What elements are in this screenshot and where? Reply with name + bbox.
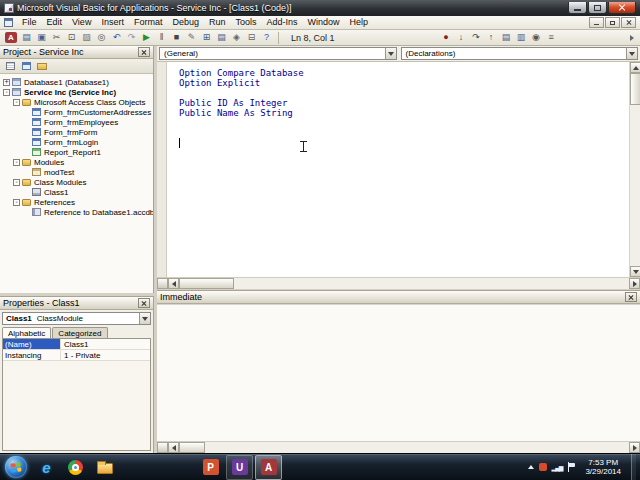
tree-item-form-frmcustomeraddresses[interactable]: Form_frmCustomerAddresses — [0, 107, 153, 117]
toolbox-icon[interactable]: ⊟ — [244, 31, 259, 45]
tree-item-report-report1[interactable]: Report_Report1 — [0, 147, 153, 157]
tab-categorized[interactable]: Categorized — [52, 327, 107, 338]
procedure-box-dropdown[interactable]: (Declarations) — [401, 47, 639, 60]
properties-window-icon[interactable]: ▤ — [214, 31, 229, 45]
scrollbar-thumb[interactable] — [179, 278, 234, 289]
tree-item-class-modules[interactable]: -Class Modules — [0, 177, 153, 187]
taskbar-powerpoint[interactable]: P — [197, 455, 224, 480]
property-row-instancing[interactable]: Instancing1 - Private — [3, 350, 150, 361]
watch-window-icon[interactable]: ◉ — [529, 31, 544, 45]
restore-button[interactable] — [588, 2, 607, 14]
immediate-window-icon[interactable]: ▥ — [514, 31, 529, 45]
break-icon[interactable]: ‖ — [154, 31, 169, 45]
menu-file[interactable]: File — [17, 16, 42, 29]
cut-icon[interactable]: ✂ — [49, 31, 64, 45]
run-icon[interactable]: ▶ — [139, 31, 154, 45]
view-object-button[interactable] — [19, 60, 33, 72]
collapse-icon[interactable]: - — [13, 99, 20, 106]
paste-icon[interactable]: ▨ — [79, 31, 94, 45]
find-icon[interactable]: ◎ — [94, 31, 109, 45]
help-icon[interactable]: ? — [259, 31, 274, 45]
tree-item-references[interactable]: -References — [0, 197, 153, 207]
immediate-horizontal-scrollbar[interactable] — [157, 441, 640, 453]
tree-item-form-frmform[interactable]: Form_frmForm — [0, 127, 153, 137]
collapse-icon[interactable]: - — [3, 89, 10, 96]
dropdown-button[interactable] — [626, 48, 637, 59]
split-handle[interactable] — [157, 442, 168, 453]
menu-add-ins[interactable]: Add-Ins — [261, 16, 302, 29]
project-explorer-icon[interactable]: ⊞ — [199, 31, 214, 45]
code-horizontal-scrollbar[interactable] — [157, 277, 640, 289]
menu-help[interactable]: Help — [345, 16, 374, 29]
taskbar-u-app[interactable]: U — [226, 455, 253, 480]
dropdown-button[interactable] — [385, 48, 396, 59]
menu-window[interactable]: Window — [303, 16, 345, 29]
network-icon[interactable]: ▂▄▆ — [552, 464, 563, 471]
locals-window-icon[interactable]: ▤ — [499, 31, 514, 45]
taskbar-access[interactable]: A — [255, 455, 282, 480]
insert-object-icon[interactable]: ▤ — [19, 31, 34, 45]
menu-tools[interactable]: Tools — [230, 16, 261, 29]
expand-icon[interactable]: + — [3, 79, 10, 86]
minimize-button[interactable] — [568, 2, 587, 14]
step-into-icon[interactable]: ↓ — [454, 31, 469, 45]
taskbar-chrome[interactable] — [62, 455, 89, 480]
menu-run[interactable]: Run — [204, 16, 231, 29]
taskbar-clock[interactable]: 7:53 PM 3/29/2014 — [585, 458, 621, 476]
taskbar-internet-explorer[interactable]: e — [33, 455, 60, 480]
show-hidden-icons-icon[interactable] — [528, 465, 534, 469]
design-mode-icon[interactable]: ✎ — [184, 31, 199, 45]
menu-format[interactable]: Format — [129, 16, 168, 29]
action-center-flag-icon[interactable] — [567, 462, 575, 472]
collapse-icon[interactable]: - — [13, 199, 20, 206]
object-browser-icon[interactable]: ◈ — [229, 31, 244, 45]
properties-close-button[interactable] — [138, 298, 150, 308]
split-handle[interactable] — [157, 278, 168, 289]
undo-icon[interactable]: ↶ — [109, 31, 124, 45]
collapse-icon[interactable]: - — [13, 159, 20, 166]
close-button[interactable] — [608, 2, 636, 14]
scrollbar-thumb[interactable] — [179, 442, 205, 453]
immediate-close-button[interactable] — [625, 292, 637, 302]
menu-view[interactable]: View — [67, 16, 96, 29]
property-row-name[interactable]: (Name)Class1 — [3, 339, 150, 350]
call-stack-icon[interactable]: ≡ — [544, 31, 559, 45]
toolbar-options-icon[interactable] — [627, 32, 637, 44]
menu-insert[interactable]: Insert — [96, 16, 129, 29]
start-button[interactable] — [5, 456, 27, 478]
tab-alphabetic[interactable]: Alphabetic — [2, 327, 51, 338]
toggle-breakpoint-icon[interactable]: ● — [439, 31, 454, 45]
project-close-button[interactable] — [138, 47, 150, 57]
menu-edit[interactable]: Edit — [42, 16, 68, 29]
tree-item-form-frmemployees[interactable]: Form_frmEmployees — [0, 117, 153, 127]
scroll-left-button[interactable] — [168, 442, 179, 453]
toggle-folders-button[interactable] — [35, 60, 49, 72]
scroll-up-button[interactable] — [630, 62, 640, 73]
scroll-right-button[interactable] — [629, 442, 640, 453]
view-code-button[interactable] — [3, 60, 17, 72]
scrollbar-thumb[interactable] — [630, 73, 640, 105]
tree-item-microsoft-access-class-objects[interactable]: -Microsoft Access Class Objects — [0, 97, 153, 107]
scroll-left-button[interactable] — [168, 278, 179, 289]
taskbar-file-explorer[interactable] — [91, 455, 118, 480]
tree-item-class1[interactable]: Class1 — [0, 187, 153, 197]
step-out-icon[interactable]: ↑ — [484, 31, 499, 45]
tree-item-reference-to-database1-accdb[interactable]: Reference to Database1.accdb — [0, 207, 153, 217]
scroll-right-button[interactable] — [629, 278, 640, 289]
object-dropdown[interactable]: Class1 ClassModule — [2, 312, 151, 325]
tray-alert-icon[interactable] — [539, 463, 547, 471]
collapse-icon[interactable]: - — [13, 179, 20, 186]
redo-icon[interactable]: ↷ — [124, 31, 139, 45]
tree-item-form-frmlogin[interactable]: Form_frmLogin — [0, 137, 153, 147]
tree-item-modules[interactable]: -Modules — [0, 157, 153, 167]
child-restore-button[interactable] — [605, 17, 620, 28]
show-desktop-button[interactable] — [631, 454, 636, 480]
scroll-down-button[interactable] — [630, 266, 640, 277]
object-box-dropdown[interactable]: (General) — [159, 47, 397, 60]
immediate-content[interactable] — [157, 304, 640, 441]
code-editor[interactable]: Option Compare DatabaseOption Explicit P… — [157, 62, 640, 277]
child-minimize-button[interactable] — [589, 17, 604, 28]
reset-icon[interactable]: ■ — [169, 31, 184, 45]
tree-item-modtest[interactable]: modTest — [0, 167, 153, 177]
tree-item-database1-database1[interactable]: +Database1 (Database1) — [0, 77, 153, 87]
